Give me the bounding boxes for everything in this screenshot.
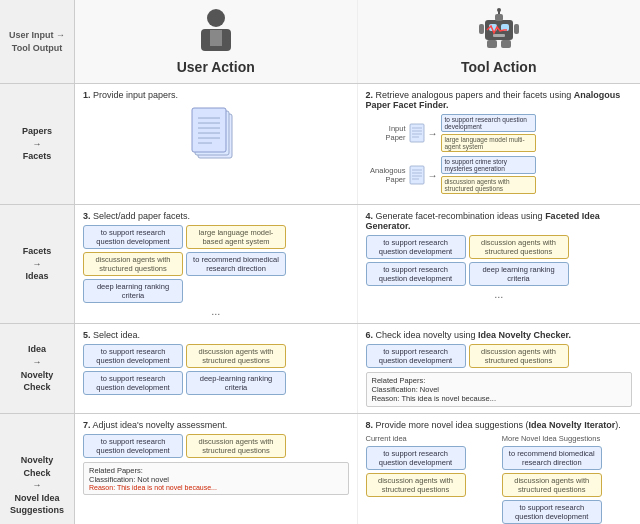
step2-title: 2. Retrieve analogous papers and their f… [366, 90, 633, 110]
sel-chip-2: discussion agents with structured questi… [186, 344, 286, 368]
adj-classification: Classification: Not novel [89, 475, 343, 484]
input-paper-row: InputPaper → to support research questio… [366, 114, 633, 152]
facet-chip-4: to recommend biomedical research directi… [186, 252, 286, 276]
label-arrow-1: → [33, 138, 42, 151]
dots-2: ... [366, 288, 633, 300]
row-label-novelty-suggestions: Novelty Check → Novel Idea Suggestions [0, 414, 75, 524]
facets-chips: to support research question development… [83, 225, 349, 303]
paper-stack-icon [188, 106, 243, 166]
selected-idea-chips: to support research question development… [83, 344, 349, 395]
row-idea-novelty: Idea → Novelty Check 5. Select idea. to … [0, 324, 640, 414]
facet-chip-2: large language model-based agent system [186, 225, 286, 249]
svg-rect-10 [479, 24, 484, 34]
cell-faceted-generator: 4. Generate facet-recombination ideas us… [358, 205, 641, 323]
user-action-header: User Action [75, 0, 358, 83]
svg-rect-28 [410, 166, 424, 184]
user-action-title: User Action [177, 59, 255, 75]
more-suggestions-section: More Novel Idea Suggestions to recommend… [502, 434, 632, 524]
row-label-facets-ideas: Facets → Ideas [0, 205, 75, 323]
adj-reason: Reason: This idea is not novel because..… [89, 484, 343, 491]
more-chip-1: to recommend biomedical research directi… [502, 446, 602, 470]
cell-adjust-novelty: 7. Adjust idea's novelty assessment. to … [75, 414, 358, 524]
robot-icon [477, 8, 521, 53]
adjust-chips: to support research question development… [83, 434, 349, 458]
cur-chip-2: discussion agents with structured questi… [366, 473, 466, 497]
adj-chip-2: discussion agents with structured questi… [186, 434, 286, 458]
cell-select-idea: 5. Select idea. to support research ques… [75, 324, 358, 413]
sel-chip-1: to support research question development [83, 344, 183, 368]
tool-action-title: Tool Action [461, 59, 536, 75]
cell-provide-papers: 1. Provide input papers. [75, 84, 358, 204]
header-label-text: User Input → Tool Output [4, 29, 70, 54]
analogous-paper-row: AnalogousPaper → to support crime story … [366, 156, 633, 194]
svg-rect-2 [210, 30, 222, 46]
step1-title: 1. Provide input papers. [83, 90, 349, 100]
svg-rect-11 [514, 24, 519, 34]
mini-paper-icon-2 [409, 165, 425, 185]
gen-chip-3: to support research question development [366, 262, 466, 286]
mini-paper-icon [409, 123, 425, 143]
cur-chip-1: to support research question development [366, 446, 466, 470]
row-papers-facets: Papers → Facets 1. Provide input papers.… [0, 84, 640, 205]
facet-chip-5: deep learning ranking criteria [83, 279, 183, 303]
novelty-check-chips: to support research question development… [366, 344, 633, 368]
header-left-label: User Input → Tool Output [0, 0, 75, 83]
header-row: User Input → Tool Output User Action T [0, 0, 640, 84]
novelty-result-box: Related Papers: Classification: Novel Re… [366, 372, 633, 407]
analogous-chip-1: to support crime story mysteries generat… [441, 156, 536, 174]
input-chip-1: to support research question development [441, 114, 536, 132]
svg-point-0 [207, 9, 225, 27]
classification-novel: Classification: Novel [372, 385, 627, 394]
reason-novel: Reason: This idea is novel because... [372, 394, 627, 403]
facet-finder-diagram: InputPaper → to support research questio… [366, 114, 633, 194]
row-facets-ideas: Facets → Ideas 3. Select/add paper facet… [0, 205, 640, 324]
svg-rect-6 [493, 34, 505, 37]
novelty-iterator-area: Current idea to support research questio… [366, 434, 633, 524]
svg-point-9 [497, 8, 501, 12]
generated-idea-chips: to support research question development… [366, 235, 633, 286]
cell-select-facets: 3. Select/add paper facets. to support r… [75, 205, 358, 323]
label-text-papers: Papers [22, 125, 52, 138]
adj-chip-1: to support research question development [83, 434, 183, 458]
gen-chip-4: deep learning ranking criteria [469, 262, 569, 286]
svg-rect-23 [410, 124, 424, 142]
gen-chip-2: discussion agents with structured questi… [469, 235, 569, 259]
current-idea-chips: to support research question development… [366, 446, 496, 497]
cell-novelty-checker: 6. Check idea novelty using Idea Novelty… [358, 324, 641, 413]
dots-1: ... [83, 305, 349, 317]
current-idea-section: Current idea to support research questio… [366, 434, 496, 524]
sel-chip-3: to support research question development [83, 371, 183, 395]
nov-chip-2: discussion agents with structured questi… [469, 344, 569, 368]
more-chip-3: to support research question development [502, 500, 602, 524]
svg-rect-16 [192, 108, 226, 152]
svg-rect-7 [495, 14, 503, 21]
not-novel-box: Related Papers: Classification: Not nove… [83, 462, 349, 495]
nov-chip-1: to support research question development [366, 344, 466, 368]
svg-rect-12 [487, 40, 497, 48]
facet-chip-1: to support research question development [83, 225, 183, 249]
related-papers-label: Related Papers: [372, 376, 627, 385]
gen-chip-1: to support research question development [366, 235, 466, 259]
more-chip-2: discussion agents with structured questi… [502, 473, 602, 497]
svg-rect-13 [501, 40, 511, 48]
person-icon [196, 8, 236, 53]
tool-action-header: Tool Action [358, 0, 641, 83]
row-label-papers-facets: Papers → Facets [0, 84, 75, 204]
cell-novelty-iterator: 8. Provide more novel idea suggestions (… [358, 414, 641, 524]
label-text-facets: Facets [23, 150, 52, 163]
adj-related-papers: Related Papers: [89, 466, 343, 475]
analogous-chip-2: discussion agents with structured questi… [441, 176, 536, 194]
row-label-idea-novelty: Idea → Novelty Check [0, 324, 75, 413]
sel-chip-4: deep-learning ranking criteria [186, 371, 286, 395]
input-chip-2: large language model multi-agent system [441, 134, 536, 152]
facet-chip-3: discussion agents with structured questi… [83, 252, 183, 276]
more-suggestion-chips: to recommend biomedical research directi… [502, 446, 632, 524]
row-novelty-suggestions: Novelty Check → Novel Idea Suggestions 7… [0, 414, 640, 524]
cell-facet-finder: 2. Retrieve analogous papers and their f… [358, 84, 641, 204]
